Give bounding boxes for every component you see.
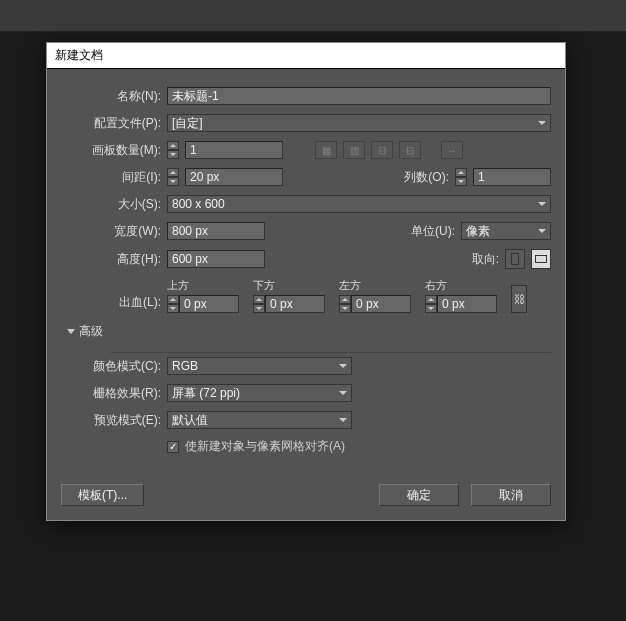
arrange-row-icon: ⊟ <box>371 141 393 159</box>
bleed-bottom-stepper[interactable] <box>253 295 265 313</box>
template-button[interactable]: 模板(T)... <box>61 484 144 506</box>
profile-value: [自定] <box>172 115 203 132</box>
link-bleed-button[interactable]: ⛓ <box>511 285 527 313</box>
chevron-down-icon <box>538 229 546 233</box>
chevron-down-icon <box>339 418 347 422</box>
orientation-portrait-button[interactable] <box>505 249 525 269</box>
artboard-count-input[interactable] <box>185 141 283 159</box>
bleed-label: 出血(L): <box>61 294 161 313</box>
advanced-label: 高级 <box>79 323 103 340</box>
bleed-left-stepper[interactable] <box>339 295 351 313</box>
width-input[interactable] <box>167 222 265 240</box>
size-value: 800 x 600 <box>172 197 225 211</box>
profile-dropdown[interactable]: [自定] <box>167 114 551 132</box>
bleed-right-input[interactable] <box>437 295 497 313</box>
bleed-top-input[interactable] <box>179 295 239 313</box>
width-label: 宽度(W): <box>61 223 161 240</box>
size-label: 大小(S): <box>61 196 161 213</box>
chevron-down-icon <box>538 121 546 125</box>
bleed-left-input[interactable] <box>351 295 411 313</box>
columns-stepper <box>455 168 467 186</box>
cancel-button[interactable]: 取消 <box>471 484 551 506</box>
preview-value: 默认值 <box>172 412 208 429</box>
bleed-top-stepper[interactable] <box>167 295 179 313</box>
app-top-bar <box>0 0 626 32</box>
bleed-bottom-label: 下方 <box>253 278 333 293</box>
raster-label: 栅格效果(R): <box>61 385 161 402</box>
bleed-right-label: 右方 <box>425 278 505 293</box>
spacing-stepper <box>167 168 179 186</box>
align-pixel-grid-label: 使新建对象与像素网格对齐(A) <box>185 438 345 455</box>
name-label: 名称(N): <box>61 88 161 105</box>
size-dropdown[interactable]: 800 x 600 <box>167 195 551 213</box>
color-mode-dropdown[interactable]: RGB <box>167 357 352 375</box>
arrow-right-icon: → <box>441 141 463 159</box>
preview-dropdown[interactable]: 默认值 <box>167 411 352 429</box>
orientation-label: 取向: <box>472 251 499 268</box>
height-input[interactable] <box>167 250 265 268</box>
profile-label: 配置文件(P): <box>61 115 161 132</box>
dialog-title: 新建文档 <box>47 43 565 69</box>
grid-by-col-icon: ▥ <box>343 141 365 159</box>
artboard-count-stepper[interactable] <box>167 141 179 159</box>
spacing-label: 间距(I): <box>61 169 161 186</box>
artboard-count-label: 画板数量(M): <box>61 142 161 159</box>
grid-by-row-icon: ▦ <box>315 141 337 159</box>
advanced-section-header[interactable]: 高级 <box>67 323 551 340</box>
new-document-dialog: 新建文档 名称(N): 配置文件(P): [自定] 画板数量(M): ▦ ▥ ⊟… <box>46 42 566 521</box>
units-value: 像素 <box>466 223 490 240</box>
raster-value: 屏幕 (72 ppi) <box>172 385 240 402</box>
units-dropdown[interactable]: 像素 <box>461 222 551 240</box>
spacing-input <box>185 168 283 186</box>
arrange-col-icon: ⊟ <box>399 141 421 159</box>
chevron-down-icon <box>538 202 546 206</box>
chevron-down-icon <box>339 391 347 395</box>
disclosure-triangle-icon <box>67 329 75 334</box>
bleed-bottom-input[interactable] <box>265 295 325 313</box>
raster-dropdown[interactable]: 屏幕 (72 ppi) <box>167 384 352 402</box>
color-mode-label: 颜色模式(C): <box>61 358 161 375</box>
name-input[interactable] <box>167 87 551 105</box>
preview-label: 预览模式(E): <box>61 412 161 429</box>
color-mode-value: RGB <box>172 359 198 373</box>
columns-input <box>473 168 551 186</box>
align-pixel-grid-checkbox[interactable]: ✓ <box>167 441 179 453</box>
chevron-down-icon <box>339 364 347 368</box>
bleed-left-label: 左方 <box>339 278 419 293</box>
bleed-top-label: 上方 <box>167 278 247 293</box>
divider <box>111 352 551 353</box>
ok-button[interactable]: 确定 <box>379 484 459 506</box>
bleed-right-stepper[interactable] <box>425 295 437 313</box>
columns-label: 列数(O): <box>404 169 449 186</box>
units-label: 单位(U): <box>411 223 455 240</box>
orientation-landscape-button[interactable] <box>531 249 551 269</box>
height-label: 高度(H): <box>61 251 161 268</box>
